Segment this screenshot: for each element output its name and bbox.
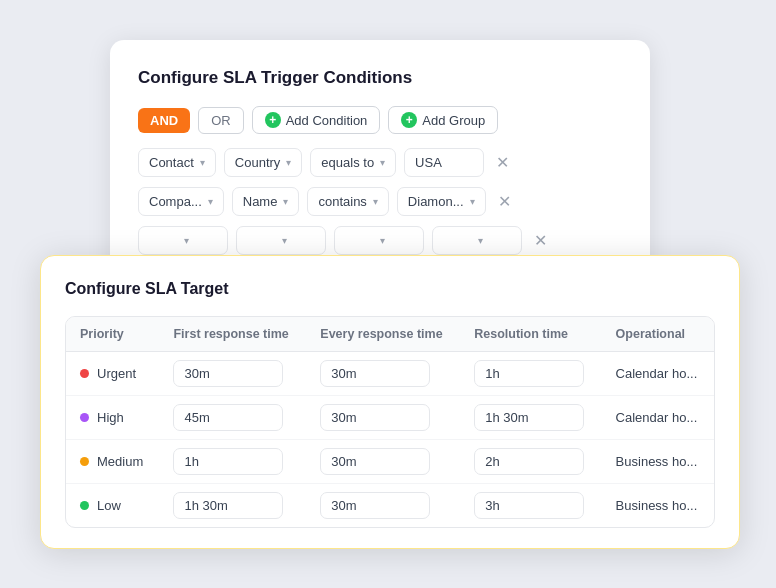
condition-2-value[interactable]: Diamon... ▾ <box>397 187 486 216</box>
col-operational: Operational <box>602 317 714 352</box>
add-condition-button[interactable]: + Add Condition <box>252 106 381 134</box>
condition-3-value[interactable]: ▾ <box>432 226 522 255</box>
col-priority: Priority <box>66 317 159 352</box>
chevron-icon: ▾ <box>200 157 205 168</box>
condition-row-1: Contact ▾ Country ▾ equals to ▾ USA ✕ <box>138 148 622 177</box>
chevron-icon: ▾ <box>380 235 385 246</box>
every-response-input-0[interactable] <box>320 360 430 387</box>
condition-3-operator[interactable]: ▾ <box>334 226 424 255</box>
resolution-cell-0[interactable] <box>460 352 601 396</box>
first-response-cell-3[interactable] <box>159 484 306 527</box>
chevron-icon: ▾ <box>208 196 213 207</box>
every-response-input-3[interactable] <box>320 492 430 519</box>
condition-3-remove-button[interactable]: ✕ <box>530 231 551 251</box>
chevron-icon: ▾ <box>380 157 385 168</box>
col-first-response: First response time <box>159 317 306 352</box>
operational-cell-2: Business ho... <box>602 440 714 484</box>
every-response-cell-3[interactable] <box>306 484 460 527</box>
operational-cell-0: Calendar ho... <box>602 352 714 396</box>
priority-label-3: Low <box>97 498 121 513</box>
chevron-icon: ▾ <box>478 235 483 246</box>
priority-dot-2 <box>80 457 89 466</box>
condition-row-3: ▾ ▾ ▾ ▾ ✕ <box>138 226 622 255</box>
first-response-input-1[interactable] <box>173 404 283 431</box>
condition-2-field1[interactable]: Compa... ▾ <box>138 187 224 216</box>
priority-cell-2: Medium <box>66 440 159 484</box>
chevron-icon: ▾ <box>282 235 287 246</box>
resolution-input-0[interactable] <box>474 360 584 387</box>
resolution-input-2[interactable] <box>474 448 584 475</box>
operational-label-0: Calendar ho... <box>616 366 698 381</box>
operational-cell-1: Calendar ho... <box>602 396 714 440</box>
table-row: Urgent Calendar ho... <box>66 352 714 396</box>
condition-toolbar: AND OR + Add Condition + Add Group <box>138 106 622 134</box>
first-response-input-3[interactable] <box>173 492 283 519</box>
table-row: High Calendar ho... <box>66 396 714 440</box>
operational-label-3: Business ho... <box>616 498 698 513</box>
every-response-cell-0[interactable] <box>306 352 460 396</box>
first-response-input-0[interactable] <box>173 360 283 387</box>
target-card: Configure SLA Target Priority First resp… <box>40 255 740 549</box>
sla-table: Priority First response time Every respo… <box>65 316 715 528</box>
priority-label-2: Medium <box>97 454 143 469</box>
chevron-icon: ▾ <box>470 196 475 207</box>
priority-dot-1 <box>80 413 89 422</box>
target-title: Configure SLA Target <box>65 280 715 298</box>
add-condition-plus-icon: + <box>265 112 281 128</box>
every-response-input-1[interactable] <box>320 404 430 431</box>
trigger-card: Configure SLA Trigger Conditions AND OR … <box>110 40 650 285</box>
operational-label-1: Calendar ho... <box>616 410 698 425</box>
trigger-title: Configure SLA Trigger Conditions <box>138 68 622 88</box>
table-row: Medium Business ho... <box>66 440 714 484</box>
priority-label-1: High <box>97 410 124 425</box>
priority-cell-0: Urgent <box>66 352 159 396</box>
condition-3-field1[interactable]: ▾ <box>138 226 228 255</box>
operational-label-2: Business ho... <box>616 454 698 469</box>
priority-dot-3 <box>80 501 89 510</box>
and-button[interactable]: AND <box>138 108 190 133</box>
table-header-row: Priority First response time Every respo… <box>66 317 714 352</box>
resolution-cell-3[interactable] <box>460 484 601 527</box>
operational-cell-3: Business ho... <box>602 484 714 527</box>
condition-1-field1[interactable]: Contact ▾ <box>138 148 216 177</box>
condition-1-remove-button[interactable]: ✕ <box>492 153 513 173</box>
chevron-icon: ▾ <box>286 157 291 168</box>
table-row: Low Business ho... <box>66 484 714 527</box>
col-every-response: Every response time <box>306 317 460 352</box>
condition-2-remove-button[interactable]: ✕ <box>494 192 515 212</box>
condition-row-2: Compa... ▾ Name ▾ contains ▾ Diamon... ▾… <box>138 187 622 216</box>
priority-label-0: Urgent <box>97 366 136 381</box>
first-response-input-2[interactable] <box>173 448 283 475</box>
first-response-cell-2[interactable] <box>159 440 306 484</box>
condition-1-operator[interactable]: equals to ▾ <box>310 148 396 177</box>
priority-cell-3: Low <box>66 484 159 527</box>
every-response-input-2[interactable] <box>320 448 430 475</box>
every-response-cell-2[interactable] <box>306 440 460 484</box>
first-response-cell-0[interactable] <box>159 352 306 396</box>
condition-2-field2[interactable]: Name ▾ <box>232 187 300 216</box>
resolution-input-3[interactable] <box>474 492 584 519</box>
chevron-icon: ▾ <box>283 196 288 207</box>
condition-3-field2[interactable]: ▾ <box>236 226 326 255</box>
condition-2-operator[interactable]: contains ▾ <box>307 187 388 216</box>
priority-dot-0 <box>80 369 89 378</box>
first-response-cell-1[interactable] <box>159 396 306 440</box>
col-resolution: Resolution time <box>460 317 601 352</box>
or-button[interactable]: OR <box>198 107 244 134</box>
condition-1-value[interactable]: USA <box>404 148 484 177</box>
resolution-cell-1[interactable] <box>460 396 601 440</box>
resolution-cell-2[interactable] <box>460 440 601 484</box>
add-group-plus-icon: + <box>401 112 417 128</box>
priority-cell-1: High <box>66 396 159 440</box>
add-group-button[interactable]: + Add Group <box>388 106 498 134</box>
resolution-input-1[interactable] <box>474 404 584 431</box>
chevron-icon: ▾ <box>184 235 189 246</box>
chevron-icon: ▾ <box>373 196 378 207</box>
every-response-cell-1[interactable] <box>306 396 460 440</box>
condition-1-field2[interactable]: Country ▾ <box>224 148 303 177</box>
